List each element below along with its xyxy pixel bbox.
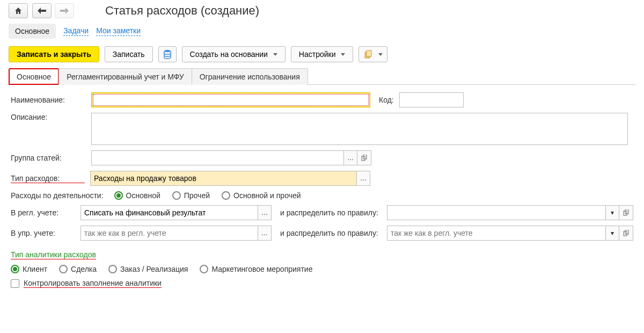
back-button[interactable] bbox=[32, 3, 52, 18]
reg-rule-label: и распределить по правилу: bbox=[280, 208, 378, 217]
activity-radio-group: Основной Прочей Основной и прочей bbox=[114, 191, 301, 200]
control-checkbox[interactable] bbox=[11, 279, 19, 288]
mgmt-lookup: … bbox=[80, 226, 272, 241]
svg-rect-2 bbox=[367, 50, 371, 56]
group-lookup: … bbox=[91, 150, 371, 165]
reg-choose-button[interactable]: … bbox=[258, 205, 272, 220]
name-label: Наименование: bbox=[11, 96, 86, 104]
external-icon bbox=[361, 155, 368, 161]
forward-button bbox=[55, 3, 74, 18]
control-checkbox-label: Контролировать заполнение аналитики bbox=[24, 279, 162, 288]
home-button[interactable] bbox=[9, 3, 28, 18]
nav-tab-main[interactable]: Основное bbox=[9, 24, 56, 39]
group-label: Группа статей: bbox=[11, 154, 86, 162]
radio-label: Сделка bbox=[71, 265, 97, 273]
analytics-radio-order[interactable]: Заказ / Реализация bbox=[108, 265, 188, 273]
external-icon bbox=[623, 230, 630, 236]
chevron-down-icon bbox=[378, 53, 383, 56]
code-input[interactable] bbox=[399, 92, 464, 107]
reg-input[interactable] bbox=[80, 205, 258, 220]
analytics-radio-marketing[interactable]: Маркетинговое мероприятие bbox=[200, 265, 312, 273]
radio-icon bbox=[11, 265, 19, 273]
save-button[interactable]: Записать bbox=[105, 46, 153, 62]
mgmt-input[interactable] bbox=[80, 226, 258, 241]
page-title: Статья расходов (создание) bbox=[105, 4, 259, 18]
toolbar: Записать и закрыть Записать Создать на о… bbox=[0, 43, 644, 68]
radio-label: Заказ / Реализация bbox=[120, 265, 188, 273]
card-tabs: Основное Регламентированный учет и МФУ О… bbox=[9, 68, 635, 85]
card-tab-restrict[interactable]: Ограничение использования bbox=[192, 68, 308, 85]
mgmt-choose-button[interactable]: … bbox=[258, 226, 272, 241]
external-icon bbox=[623, 209, 630, 216]
settings-label: Настройки bbox=[299, 50, 336, 59]
mgmt-rule-label: и распределить по правилу: bbox=[280, 229, 378, 237]
reg-lookup: … bbox=[80, 205, 272, 220]
radio-icon bbox=[59, 265, 68, 273]
desc-label: Описание: bbox=[11, 113, 86, 121]
reg-rule-input[interactable] bbox=[387, 205, 605, 220]
type-lookup: … bbox=[90, 171, 370, 186]
analytics-radio-deal[interactable]: Сделка bbox=[59, 265, 97, 273]
svg-point-0 bbox=[164, 50, 171, 52]
radio-label: Прочей bbox=[184, 191, 210, 200]
desc-textarea[interactable] bbox=[91, 113, 628, 145]
radio-label: Маркетинговое мероприятие bbox=[211, 265, 312, 273]
nav-tab-notes[interactable]: Мои заметки bbox=[96, 26, 141, 36]
chevron-down-icon bbox=[341, 53, 345, 56]
activity-radio-other[interactable]: Прочей bbox=[172, 191, 210, 200]
arrow-right-icon bbox=[60, 8, 69, 14]
database-button[interactable] bbox=[158, 46, 177, 62]
database-icon bbox=[163, 49, 172, 59]
radio-icon bbox=[114, 191, 123, 200]
create-based-button[interactable]: Создать на основании bbox=[182, 46, 286, 62]
group-choose-button[interactable]: … bbox=[343, 150, 357, 165]
type-input[interactable] bbox=[90, 171, 356, 186]
activity-radio-both[interactable]: Основной и прочей bbox=[222, 191, 301, 200]
save-close-button[interactable]: Записать и закрыть bbox=[9, 46, 99, 62]
radio-icon bbox=[172, 191, 181, 200]
mgmt-rule-input[interactable] bbox=[387, 226, 605, 241]
reg-rule-open-button[interactable] bbox=[619, 205, 633, 220]
activity-radio-main[interactable]: Основной bbox=[114, 191, 160, 200]
reg-label: В регл. учете: bbox=[11, 208, 75, 217]
radio-label: Клиент bbox=[23, 265, 47, 273]
create-based-label: Создать на основании bbox=[190, 50, 268, 59]
mgmt-rule-lookup: ▾ bbox=[387, 226, 633, 241]
analytics-radio-group: Клиент Сделка Заказ / Реализация Маркети… bbox=[11, 265, 312, 273]
home-icon bbox=[14, 6, 23, 15]
settings-button[interactable]: Настройки bbox=[291, 46, 354, 62]
type-choose-button[interactable]: … bbox=[356, 171, 370, 186]
radio-icon bbox=[222, 191, 230, 200]
type-label: Тип расходов: bbox=[11, 174, 85, 183]
radio-label: Основной и прочей bbox=[233, 191, 301, 200]
reg-rule-dropdown-button[interactable]: ▾ bbox=[605, 205, 619, 220]
radio-icon bbox=[108, 265, 117, 273]
mgmt-label: В упр. учете: bbox=[11, 229, 75, 237]
form-body: Наименование: Код: Описание: Группа стат… bbox=[0, 85, 644, 295]
mgmt-rule-dropdown-button[interactable]: ▾ bbox=[605, 226, 619, 241]
nav-tab-tasks[interactable]: Задачи bbox=[63, 26, 89, 36]
card-tab-reg[interactable]: Регламентированный учет и МФУ bbox=[58, 68, 192, 85]
mgmt-rule-open-button[interactable] bbox=[619, 226, 633, 241]
radio-label: Основной bbox=[126, 191, 160, 200]
name-input[interactable] bbox=[91, 92, 370, 107]
copy-button[interactable] bbox=[358, 46, 387, 62]
chevron-down-icon bbox=[273, 53, 277, 56]
radio-icon bbox=[200, 265, 208, 273]
analytics-radio-client[interactable]: Клиент bbox=[11, 265, 47, 273]
group-input[interactable] bbox=[91, 150, 343, 165]
activity-label: Расходы по деятельности: bbox=[11, 191, 104, 200]
code-label: Код: bbox=[379, 96, 394, 104]
analytics-section-title: Тип аналитики расходов bbox=[11, 250, 96, 259]
top-nav: Основное Задачи Мои заметки bbox=[0, 20, 644, 43]
card-tab-main[interactable]: Основное bbox=[9, 68, 59, 85]
arrow-left-icon bbox=[38, 8, 46, 14]
reg-rule-lookup: ▾ bbox=[387, 205, 633, 220]
group-open-button[interactable] bbox=[357, 150, 371, 165]
copy-icon bbox=[363, 49, 373, 59]
